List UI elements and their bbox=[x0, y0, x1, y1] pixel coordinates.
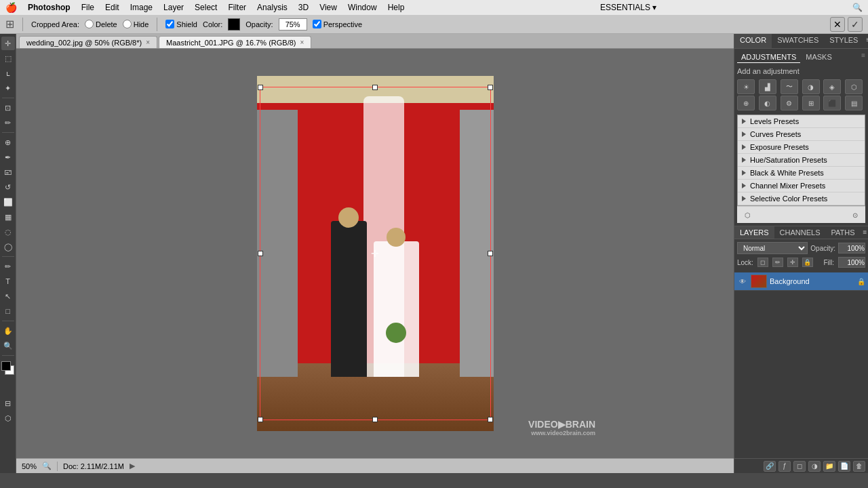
invert-icon[interactable]: ⬛ bbox=[823, 96, 841, 110]
menu-filter[interactable]: Filter bbox=[228, 3, 246, 12]
tab-paths[interactable]: PATHS bbox=[826, 226, 861, 239]
tab-masks[interactable]: MASKS bbox=[802, 52, 836, 63]
blend-mode-select[interactable]: Normal Multiply Screen Overlay bbox=[737, 242, 808, 254]
eyedropper-tool[interactable]: ✏ bbox=[1, 116, 15, 129]
exposure-presets-item[interactable]: Exposure Presets bbox=[738, 141, 865, 154]
tab-wedding-close[interactable]: × bbox=[146, 39, 150, 46]
brightness-contrast-icon[interactable]: ☀ bbox=[737, 79, 755, 94]
color-swatch[interactable] bbox=[228, 18, 240, 30]
magic-wand-tool[interactable]: ✦ bbox=[1, 81, 15, 95]
brush-tool[interactable]: ✒ bbox=[1, 150, 15, 164]
zoom-icon[interactable]: 🔍 bbox=[42, 462, 52, 470]
panel-menu-btn[interactable]: ⊙ bbox=[849, 209, 861, 221]
channel-mixer-icon[interactable]: ⊞ bbox=[802, 96, 820, 110]
menu-edit[interactable]: Edit bbox=[105, 3, 119, 12]
panel-options-icon[interactable]: ≡ bbox=[863, 34, 868, 48]
tab-color[interactable]: COLOR bbox=[734, 34, 772, 48]
curves-icon[interactable]: 〜 bbox=[781, 79, 798, 94]
new-group-btn[interactable]: 📁 bbox=[823, 461, 835, 472]
menu-file[interactable]: File bbox=[81, 3, 94, 12]
clip-to-layer-btn[interactable]: ⬡ bbox=[741, 209, 753, 221]
screen-mode-toggle[interactable]: ⬡ bbox=[1, 411, 15, 425]
menu-analysis[interactable]: Analysis bbox=[257, 3, 288, 12]
vibrance-icon[interactable]: ◈ bbox=[823, 79, 841, 94]
posterize-icon[interactable]: ▤ bbox=[845, 96, 863, 110]
selection-tool[interactable]: ⬚ bbox=[1, 52, 15, 65]
move-tool[interactable]: ✛ bbox=[1, 37, 15, 50]
apply-transform-button[interactable]: ✓ bbox=[848, 17, 863, 32]
blur-tool[interactable]: ◌ bbox=[1, 225, 15, 239]
cancel-transform-button[interactable]: ✕ bbox=[830, 17, 845, 32]
bw-presets-item[interactable]: Black & White Presets bbox=[738, 167, 865, 180]
opacity-value-input[interactable] bbox=[838, 243, 865, 253]
canvas-image-area[interactable]: ✛ bbox=[257, 76, 494, 431]
hue-saturation-icon[interactable]: ⬡ bbox=[845, 79, 863, 94]
hue-sat-presets-item[interactable]: Hue/Saturation Presets bbox=[738, 154, 865, 167]
opacity-input[interactable] bbox=[279, 18, 307, 30]
tab-layers[interactable]: LAYERS bbox=[734, 226, 774, 239]
crop-tool[interactable]: ⊡ bbox=[1, 101, 15, 115]
clone-tool[interactable]: 🖃 bbox=[1, 165, 15, 179]
gradient-tool[interactable]: ▦ bbox=[1, 210, 15, 224]
healing-tool[interactable]: ⊕ bbox=[1, 136, 15, 149]
essentials-btn[interactable]: ESSENTIALS ▾ bbox=[600, 3, 656, 12]
hand-tool[interactable]: ✋ bbox=[1, 324, 15, 338]
delete-radio[interactable] bbox=[85, 20, 94, 28]
menu-help[interactable]: Help bbox=[388, 3, 405, 12]
curves-presets-item[interactable]: Curves Presets bbox=[738, 128, 865, 141]
layer-background[interactable]: 👁 Background 🔒 bbox=[734, 272, 868, 291]
delete-layer-btn[interactable]: 🗑 bbox=[853, 461, 865, 472]
lock-image-btn[interactable]: ✏ bbox=[772, 258, 783, 267]
menu-select[interactable]: Select bbox=[195, 3, 217, 12]
path-selection-tool[interactable]: ↖ bbox=[1, 289, 15, 303]
tab-swatches[interactable]: SWATCHES bbox=[772, 34, 824, 48]
lock-position-btn[interactable]: ✛ bbox=[787, 258, 798, 267]
next-icon[interactable]: ▶ bbox=[130, 462, 135, 470]
tab-channels[interactable]: CHANNELS bbox=[774, 226, 826, 239]
zoom-tool[interactable]: 🔍 bbox=[1, 339, 15, 352]
menu-3d[interactable]: 3D bbox=[298, 3, 309, 12]
tab-styles[interactable]: STYLES bbox=[824, 34, 863, 48]
menu-image[interactable]: Image bbox=[130, 3, 153, 12]
menu-view[interactable]: View bbox=[319, 3, 337, 12]
tab-maastricht-close[interactable]: × bbox=[300, 39, 304, 46]
channel-mixer-presets-item[interactable]: Channel Mixer Presets bbox=[738, 180, 865, 192]
lasso-tool[interactable]: ʟ bbox=[1, 66, 15, 80]
layer-mask-btn[interactable]: ◻ bbox=[793, 461, 806, 472]
tab-maastricht[interactable]: Maastricht_001.JPG @ 16.7% (RGB/8) × bbox=[159, 36, 311, 48]
quick-mask-toggle[interactable]: ⊟ bbox=[1, 396, 15, 410]
perspective-checkbox[interactable] bbox=[313, 20, 321, 28]
layers-panel-menu[interactable]: ≡ bbox=[861, 226, 868, 239]
type-tool[interactable]: T bbox=[1, 274, 15, 288]
history-brush-tool[interactable]: ↺ bbox=[1, 180, 15, 194]
levels-presets-item[interactable]: Levels Presets bbox=[738, 115, 865, 128]
photo-filter-icon[interactable]: ⚙ bbox=[781, 96, 798, 110]
exposure-icon[interactable]: ◑ bbox=[802, 79, 820, 94]
adj-panel-menu[interactable]: ≡ bbox=[861, 52, 865, 63]
layer-style-btn[interactable]: ƒ bbox=[778, 461, 791, 472]
color-balance-icon[interactable]: ⊕ bbox=[737, 96, 755, 110]
lock-transparent-btn[interactable]: ◻ bbox=[757, 258, 768, 267]
lock-all-btn[interactable]: 🔒 bbox=[802, 258, 813, 267]
layer-visibility-eye[interactable]: 👁 bbox=[737, 276, 748, 287]
new-layer-btn[interactable]: 📄 bbox=[838, 461, 850, 472]
selective-color-presets-item[interactable]: Selective Color Presets bbox=[738, 192, 865, 205]
menu-layer[interactable]: Layer bbox=[163, 3, 184, 12]
foreground-color[interactable] bbox=[1, 361, 11, 371]
tab-wedding[interactable]: wedding_002.jpg @ 50% (RGB/8*) × bbox=[19, 36, 157, 48]
bw-icon[interactable]: ◐ bbox=[759, 96, 776, 110]
delete-option[interactable]: Delete bbox=[85, 20, 117, 28]
eraser-tool[interactable]: ⬜ bbox=[1, 195, 15, 209]
hide-radio[interactable] bbox=[123, 20, 132, 28]
tab-adjustments[interactable]: ADJUSTMENTS bbox=[737, 52, 800, 63]
dodge-tool[interactable]: ◯ bbox=[1, 240, 15, 253]
menu-window[interactable]: Window bbox=[348, 3, 377, 12]
layer-link-btn[interactable]: 🔗 bbox=[764, 461, 776, 472]
fill-value-input[interactable] bbox=[838, 257, 865, 268]
shape-tool[interactable]: □ bbox=[1, 304, 15, 318]
apple-menu[interactable]: 🍎 bbox=[5, 2, 17, 13]
search-icon[interactable]: 🔍 bbox=[852, 3, 863, 12]
levels-icon[interactable]: ▟ bbox=[759, 79, 776, 94]
pen-tool[interactable]: ✏ bbox=[1, 260, 15, 273]
new-adjustment-layer-btn[interactable]: ◑ bbox=[808, 461, 821, 472]
